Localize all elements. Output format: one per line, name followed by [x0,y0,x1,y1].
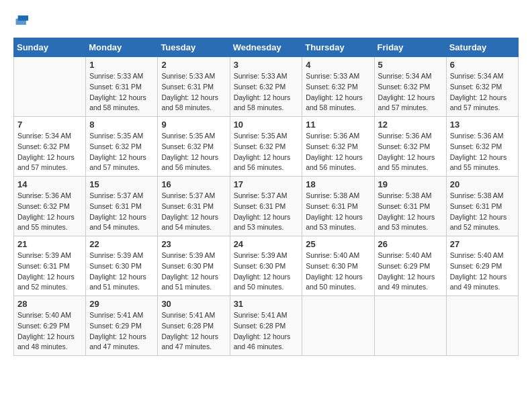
header-row: SundayMondayTuesdayWednesdayThursdayFrid… [14,38,519,57]
calendar-cell: 26Sunrise: 5:40 AMSunset: 6:29 PMDayligh… [374,236,446,296]
day-number: 25 [306,239,370,249]
calendar-cell: 18Sunrise: 5:38 AMSunset: 6:31 PMDayligh… [302,177,374,236]
day-number: 9 [161,120,226,130]
calendar-cell [302,296,374,356]
calendar-cell: 19Sunrise: 5:38 AMSunset: 6:31 PMDayligh… [374,177,446,236]
day-number: 7 [17,120,82,130]
day-number: 6 [450,60,515,70]
day-info: Sunrise: 5:39 AMSunset: 6:30 PMDaylight:… [161,250,226,293]
day-info: Sunrise: 5:34 AMSunset: 6:32 PMDaylight:… [378,71,443,113]
day-number: 27 [450,239,515,249]
col-header-sunday: Sunday [14,38,86,57]
day-info: Sunrise: 5:41 AMSunset: 6:28 PMDaylight:… [234,310,299,353]
logo [13,13,32,27]
calendar-cell: 15Sunrise: 5:37 AMSunset: 6:31 PMDayligh… [86,177,158,236]
day-info: Sunrise: 5:33 AMSunset: 6:32 PMDaylight:… [234,71,299,113]
day-info: Sunrise: 5:34 AMSunset: 6:32 PMDaylight:… [17,131,82,173]
calendar-cell: 27Sunrise: 5:40 AMSunset: 6:29 PMDayligh… [446,236,518,296]
day-info: Sunrise: 5:33 AMSunset: 6:32 PMDaylight:… [306,71,370,113]
day-info: Sunrise: 5:40 AMSunset: 6:29 PMDaylight:… [17,310,82,353]
col-header-monday: Monday [86,38,158,57]
day-info: Sunrise: 5:37 AMSunset: 6:31 PMDaylight:… [234,191,299,233]
calendar-cell: 29Sunrise: 5:41 AMSunset: 6:29 PMDayligh… [86,296,158,356]
calendar-cell: 25Sunrise: 5:40 AMSunset: 6:30 PMDayligh… [302,236,374,296]
calendar-cell [14,57,86,117]
col-header-friday: Friday [374,38,446,57]
calendar-cell: 12Sunrise: 5:36 AMSunset: 6:32 PMDayligh… [374,117,446,177]
calendar-cell: 11Sunrise: 5:36 AMSunset: 6:32 PMDayligh… [302,117,374,177]
day-number: 28 [17,299,82,309]
day-number: 3 [234,60,299,70]
day-info: Sunrise: 5:33 AMSunset: 6:31 PMDaylight:… [89,71,154,113]
day-info: Sunrise: 5:36 AMSunset: 6:32 PMDaylight:… [17,191,82,233]
calendar-cell: 20Sunrise: 5:38 AMSunset: 6:31 PMDayligh… [446,177,518,236]
day-number: 17 [234,179,299,189]
day-number: 23 [161,239,226,249]
day-info: Sunrise: 5:41 AMSunset: 6:28 PMDaylight:… [161,310,226,353]
day-info: Sunrise: 5:36 AMSunset: 6:32 PMDaylight:… [450,131,515,173]
day-number: 12 [378,120,443,130]
day-info: Sunrise: 5:36 AMSunset: 6:32 PMDaylight:… [306,131,370,173]
calendar-cell: 16Sunrise: 5:37 AMSunset: 6:31 PMDayligh… [158,177,230,236]
day-info: Sunrise: 5:40 AMSunset: 6:29 PMDaylight:… [378,250,443,293]
calendar-cell [374,296,446,356]
col-header-saturday: Saturday [446,38,518,57]
calendar-cell: 4Sunrise: 5:33 AMSunset: 6:32 PMDaylight… [302,57,374,117]
day-info: Sunrise: 5:35 AMSunset: 6:32 PMDaylight:… [161,131,226,173]
day-info: Sunrise: 5:39 AMSunset: 6:30 PMDaylight:… [89,250,154,293]
week-row-1: 1Sunrise: 5:33 AMSunset: 6:31 PMDaylight… [14,57,519,117]
day-number: 15 [89,179,154,189]
day-number: 18 [306,179,370,189]
day-number: 16 [161,179,226,189]
day-info: Sunrise: 5:38 AMSunset: 6:31 PMDaylight:… [450,191,515,233]
week-row-5: 28Sunrise: 5:40 AMSunset: 6:29 PMDayligh… [14,296,519,356]
day-info: Sunrise: 5:41 AMSunset: 6:29 PMDaylight:… [89,310,154,353]
day-info: Sunrise: 5:39 AMSunset: 6:30 PMDaylight:… [234,250,299,293]
calendar-cell: 1Sunrise: 5:33 AMSunset: 6:31 PMDaylight… [86,57,158,117]
calendar-cell: 8Sunrise: 5:35 AMSunset: 6:32 PMDaylight… [86,117,158,177]
day-info: Sunrise: 5:33 AMSunset: 6:31 PMDaylight:… [161,71,226,113]
day-number: 1 [89,60,154,70]
day-number: 26 [378,239,443,249]
day-info: Sunrise: 5:39 AMSunset: 6:31 PMDaylight:… [17,250,82,293]
logo-icon [13,13,30,27]
calendar-cell: 28Sunrise: 5:40 AMSunset: 6:29 PMDayligh… [14,296,86,356]
col-header-wednesday: Wednesday [230,38,302,57]
calendar-cell: 2Sunrise: 5:33 AMSunset: 6:31 PMDaylight… [158,57,230,117]
calendar-cell: 23Sunrise: 5:39 AMSunset: 6:30 PMDayligh… [158,236,230,296]
calendar-cell: 7Sunrise: 5:34 AMSunset: 6:32 PMDaylight… [14,117,86,177]
day-number: 13 [450,120,515,130]
day-number: 22 [89,239,154,249]
day-number: 31 [234,299,299,309]
day-info: Sunrise: 5:37 AMSunset: 6:31 PMDaylight:… [161,191,226,233]
day-number: 21 [17,239,82,249]
day-number: 14 [17,179,82,189]
day-number: 4 [306,60,370,70]
svg-marker-1 [16,19,26,25]
day-number: 8 [89,120,154,130]
calendar-table: SundayMondayTuesdayWednesdayThursdayFrid… [13,38,519,356]
day-number: 20 [450,179,515,189]
day-number: 30 [161,299,226,309]
calendar-cell [446,296,518,356]
day-info: Sunrise: 5:35 AMSunset: 6:32 PMDaylight:… [234,131,299,173]
calendar-cell: 13Sunrise: 5:36 AMSunset: 6:32 PMDayligh… [446,117,518,177]
calendar-cell: 21Sunrise: 5:39 AMSunset: 6:31 PMDayligh… [14,236,86,296]
week-row-2: 7Sunrise: 5:34 AMSunset: 6:32 PMDaylight… [14,117,519,177]
calendar-cell: 14Sunrise: 5:36 AMSunset: 6:32 PMDayligh… [14,177,86,236]
calendar-cell: 31Sunrise: 5:41 AMSunset: 6:28 PMDayligh… [230,296,302,356]
col-header-thursday: Thursday [302,38,374,57]
day-number: 11 [306,120,370,130]
page-header [13,13,519,27]
calendar-cell: 5Sunrise: 5:34 AMSunset: 6:32 PMDaylight… [374,57,446,117]
day-number: 2 [161,60,226,70]
calendar-cell: 6Sunrise: 5:34 AMSunset: 6:32 PMDaylight… [446,57,518,117]
day-info: Sunrise: 5:37 AMSunset: 6:31 PMDaylight:… [89,191,154,233]
calendar-cell: 22Sunrise: 5:39 AMSunset: 6:30 PMDayligh… [86,236,158,296]
day-number: 19 [378,179,443,189]
week-row-3: 14Sunrise: 5:36 AMSunset: 6:32 PMDayligh… [14,177,519,236]
day-info: Sunrise: 5:38 AMSunset: 6:31 PMDaylight:… [306,191,370,233]
calendar-cell: 10Sunrise: 5:35 AMSunset: 6:32 PMDayligh… [230,117,302,177]
day-number: 5 [378,60,443,70]
calendar-cell: 3Sunrise: 5:33 AMSunset: 6:32 PMDaylight… [230,57,302,117]
